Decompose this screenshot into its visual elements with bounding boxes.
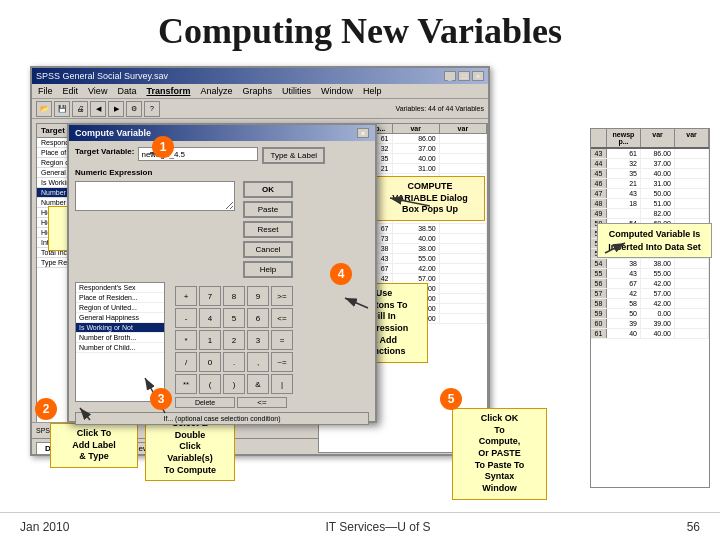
keypad-2[interactable]: 2	[223, 330, 245, 350]
keypad-comma[interactable]: ,	[247, 352, 269, 372]
maximize-btn[interactable]: □	[458, 71, 470, 81]
list-item: 436186.00	[591, 149, 709, 159]
right-table-header: newsp p... var var	[591, 129, 709, 149]
keypad-4[interactable]: 4	[199, 308, 221, 328]
list-item: 585842.00	[591, 299, 709, 309]
help-btn[interactable]: Help	[243, 261, 293, 278]
dlg-var-2[interactable]: Place of Residen...	[76, 293, 164, 303]
keypad-mult[interactable]: *	[175, 330, 197, 350]
variables-list: Respondent's Sex Place of Residen... Reg…	[75, 282, 165, 402]
dialog-titlebar: Compute Variable ×	[69, 125, 375, 141]
list-item: 59500.00	[591, 309, 709, 319]
type-label-btn[interactable]: Type & Label	[262, 147, 325, 164]
page-title: Computing New Variables	[0, 0, 720, 58]
callout-5: Click OKToCompute,Or PASTETo Paste ToSyn…	[452, 408, 547, 500]
toolbar-btn-4[interactable]: ◀	[90, 101, 106, 117]
menu-file[interactable]: File	[36, 86, 55, 96]
keypad-8[interactable]: 8	[223, 286, 245, 306]
keypad-rparen[interactable]: )	[223, 374, 245, 394]
step-5-label: 5	[448, 392, 455, 406]
list-item: 603939.00	[591, 319, 709, 329]
keypad-dot[interactable]: .	[223, 352, 245, 372]
keypad-eq[interactable]: =	[271, 330, 293, 350]
dialog-close-btn[interactable]: ×	[357, 128, 369, 138]
dlg-var-6[interactable]: Number of Broth...	[76, 333, 164, 343]
list-item: 481851.00	[591, 199, 709, 209]
rt-col1: newsp p...	[607, 129, 641, 147]
paste-btn[interactable]: Paste	[243, 201, 293, 218]
callout-compute: COMPUTEVARIABLE DialogBox Pops Up	[375, 176, 485, 221]
dlg-var-7[interactable]: Number of Child...	[76, 343, 164, 353]
toolbar-btn-7[interactable]: ?	[144, 101, 160, 117]
keypad-delete[interactable]: Delete	[175, 397, 235, 408]
list-item: 554355.00	[591, 269, 709, 279]
target-label: Target Variable:	[75, 147, 134, 156]
keypad-3[interactable]: 3	[247, 330, 269, 350]
menu-data[interactable]: Data	[115, 86, 138, 96]
expr-box[interactable]	[75, 181, 235, 211]
toolbar-btn-5[interactable]: ▶	[108, 101, 124, 117]
keypad-6[interactable]: 6	[247, 308, 269, 328]
close-btn[interactable]: ×	[472, 71, 484, 81]
toolbar-btn-2[interactable]: 💾	[54, 101, 70, 117]
keypad-0[interactable]: 0	[199, 352, 221, 372]
spss-window: SPSS General Social Survey.sav _ □ × Fil…	[30, 66, 490, 456]
keypad-lte[interactable]: <=	[271, 308, 293, 328]
dlg-var-1[interactable]: Respondent's Sex	[76, 283, 164, 293]
menu-transform[interactable]: Transform	[144, 86, 192, 96]
grid-col2-header: var	[393, 124, 440, 133]
ok-btn[interactable]: OK	[243, 181, 293, 198]
keypad-and[interactable]: &	[247, 374, 269, 394]
keypad-div[interactable]: /	[175, 352, 197, 372]
step-circle-2: 2	[35, 398, 57, 420]
computed-callout-text: Computed Variable Is Inserted Into Data …	[608, 229, 701, 252]
rt-col3: var	[675, 129, 709, 147]
computed-callout: Computed Variable Is Inserted Into Data …	[597, 223, 712, 258]
step-circle-4: 4	[330, 263, 352, 285]
menu-view[interactable]: View	[86, 86, 109, 96]
spss-title: SPSS General Social Survey.sav	[36, 71, 168, 81]
cancel-btn[interactable]: Cancel	[243, 241, 293, 258]
callout-5-text: Click OKToCompute,Or PASTETo Paste ToSyn…	[475, 413, 525, 493]
keypad-minus[interactable]: -	[175, 308, 197, 328]
keypad-pow[interactable]: **	[175, 374, 197, 394]
keypad-5[interactable]: 5	[223, 308, 245, 328]
keypad-gte[interactable]: >=	[271, 286, 293, 306]
keypad-neq[interactable]: ~=	[271, 352, 293, 372]
list-item: 566742.00	[591, 279, 709, 289]
toolbar-btn-3[interactable]: 🖨	[72, 101, 88, 117]
right-data-table: newsp p... var var 436186.00 443237.00 4…	[590, 128, 710, 488]
dlg-var-5[interactable]: Is Working or Not	[76, 323, 164, 333]
keypad-or[interactable]: |	[271, 374, 293, 394]
menu-window[interactable]: Window	[319, 86, 355, 96]
menu-edit[interactable]: Edit	[61, 86, 81, 96]
step-circle-5: 5	[440, 388, 462, 410]
keypad-7[interactable]: 7	[199, 286, 221, 306]
footer-left: Jan 2010	[20, 520, 69, 534]
spss-menubar: File Edit View Data Transform Analyze Gr…	[32, 84, 488, 99]
keypad-arrow[interactable]: <=	[237, 397, 287, 408]
menu-utilities[interactable]: Utilities	[280, 86, 313, 96]
minimize-btn[interactable]: _	[444, 71, 456, 81]
list-item: 4982.00	[591, 209, 709, 219]
keypad: + 7 8 9 >= - 4 5 6 <= * 1 2	[175, 286, 293, 394]
callout-2b-text: Click ToAdd Label& Type	[72, 428, 116, 461]
keypad-lparen[interactable]: (	[199, 374, 221, 394]
reset-btn[interactable]: Reset	[243, 221, 293, 238]
list-item: 543838.00	[591, 259, 709, 269]
menu-graphs[interactable]: Graphs	[240, 86, 274, 96]
keypad-plus[interactable]: +	[175, 286, 197, 306]
keypad-1[interactable]: 1	[199, 330, 221, 350]
numeric-expr-label: Numeric Expression	[75, 168, 152, 177]
keypad-9[interactable]: 9	[247, 286, 269, 306]
callout-compute-text: COMPUTEVARIABLE DialogBox Pops Up	[392, 181, 467, 214]
dlg-var-4[interactable]: General Happiness	[76, 313, 164, 323]
dlg-var-3[interactable]: Region of United...	[76, 303, 164, 313]
condition-btn[interactable]: If... (optional case selection condition…	[75, 412, 369, 425]
list-item: 462131.00	[591, 179, 709, 189]
list-item: 474350.00	[591, 189, 709, 199]
toolbar-btn-1[interactable]: 📂	[36, 101, 52, 117]
menu-help[interactable]: Help	[361, 86, 384, 96]
menu-analyze[interactable]: Analyze	[198, 86, 234, 96]
toolbar-btn-6[interactable]: ⚙	[126, 101, 142, 117]
